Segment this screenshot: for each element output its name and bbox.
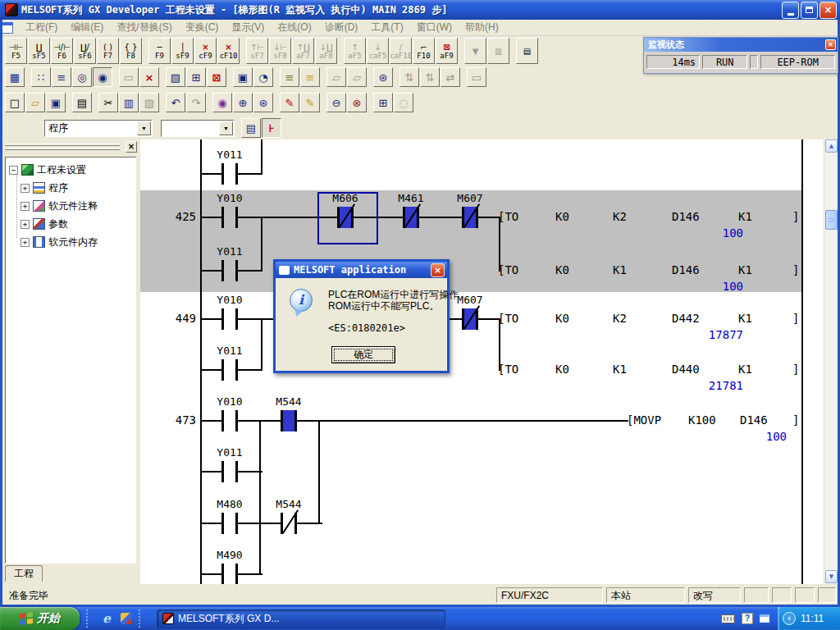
transfer-setup-icon[interactable]: ▦ [5,67,25,87]
mdi-child-icon[interactable] [2,22,13,34]
verify-with-plc-icon[interactable]: ⊠ [207,67,226,87]
instruction-f8-button[interactable]: { }F8 [120,38,142,64]
tree-item-parameter[interactable]: + 参数 [21,217,68,231]
ladder-contact[interactable]: Y011 [221,163,238,185]
closed-contact-f6-button[interactable]: ⊣/⊢F6 [51,38,73,64]
chevron-down-icon[interactable]: ▼ [219,121,233,135]
ladder-contact[interactable]: Y010 [221,207,238,228]
zoom-out-icon[interactable]: ⊖ [326,93,346,112]
print-icon[interactable]: ▤ [72,93,92,112]
tile-windows-icon[interactable]: ⊞ [373,93,393,112]
tree-expand-icon[interactable]: + [21,238,30,247]
close-icon[interactable]: × [825,39,836,50]
coil-f7-button[interactable]: ( )F7 [97,38,119,64]
ladder-contact-energized[interactable]: M607 [462,207,478,228]
comment-display-icon[interactable]: ∷ [31,67,51,87]
close-button[interactable]: × [819,2,837,19]
quick-launch-icon[interactable] [121,613,132,624]
ladder-contact[interactable]: M490 [221,564,238,584]
ladder-contact[interactable]: Y010 [221,410,238,431]
find-string-icon[interactable]: ⊛ [253,93,273,112]
delete-branch-af9-button[interactable]: ⊠aF9 [436,38,458,64]
ladder-contact[interactable]: M480 [221,513,238,534]
scrollbar-thumb[interactable] [825,210,838,230]
task-button-melsoft[interactable]: MELSOFT系列 GX D... [157,609,445,628]
ok-button[interactable]: 确定 [331,346,395,363]
project-tab[interactable]: 工程 [5,565,43,582]
menu-diagnostics[interactable]: 诊断(D) [319,19,364,36]
restore-button[interactable] [801,2,818,19]
copy-icon[interactable]: ▥ [119,93,139,112]
monitor-stop-icon[interactable]: ≡ [300,67,320,87]
ladder-contact-energized[interactable]: M461 [403,207,419,228]
app-icon[interactable] [5,3,18,16]
menu-help[interactable]: 帮助(H) [459,19,504,36]
menu-window[interactable]: 窗口(W) [411,19,458,36]
closed-branch-sf6-button[interactable]: ∐/sF6 [74,38,96,64]
keyboard-layout-icon[interactable] [721,614,735,623]
tree-item-device-memory[interactable]: + 软元件内存 [21,235,98,249]
tree-item-root[interactable]: − 工程未设置 [9,162,86,177]
monitor-status-titlebar[interactable]: 监视状态 × [644,38,838,52]
device-combo[interactable]: ▼ [161,120,235,137]
menu-tools[interactable]: 工具(T) [365,19,409,36]
minimize-button[interactable] [782,2,799,19]
delete-hline-cf9-button[interactable]: ×cF9 [194,38,217,64]
menu-edit[interactable]: 编辑(E) [65,19,109,36]
chevron-down-icon[interactable]: ▼ [137,121,151,135]
window-tray-icon[interactable] [760,614,769,623]
comment-edit-icon[interactable]: ▤ [241,118,261,138]
new-project-icon[interactable]: □ [5,93,25,112]
tree-expand-icon[interactable]: + [21,202,30,211]
program-mode-combo[interactable]: 程序 ▼ [44,120,153,137]
menu-project[interactable]: 工程(F) [20,19,63,36]
dialog-titlebar[interactable]: MELSOFT application × [276,262,447,278]
panel-gripper[interactable] [5,144,120,146]
tree-item-device-comment[interactable]: + 软元件注释 [21,199,98,213]
undo-icon[interactable]: ↶ [166,93,185,112]
find-icon[interactable]: ◉ [212,93,232,112]
ladder-contact-energized[interactable]: M607 [462,308,478,330]
menu-view[interactable]: 显示(V) [226,19,270,36]
panel-gripper[interactable] [5,148,120,150]
save-project-icon[interactable]: ▣ [46,93,66,112]
statement-display-icon[interactable]: ≡ [52,67,71,87]
clock-setting-icon[interactable]: ◔ [253,67,273,87]
device-batch-monitor-icon[interactable]: ▣ [233,67,253,87]
find-contact-coil-icon[interactable]: ◉ [93,67,112,87]
ladder-contact[interactable]: Y011 [221,260,238,281]
ladder-contact[interactable]: Y010 [221,308,238,330]
tree-expand-icon[interactable]: + [21,220,30,229]
monitor-start-icon[interactable]: ≡ [280,67,299,87]
scroll-down-icon[interactable]: ▼ [825,570,838,583]
scroll-up-icon[interactable]: ▲ [825,139,838,153]
internet-explorer-icon[interactable]: e [99,611,114,626]
network-monitor-icon[interactable]: ⊛ [373,67,393,87]
ladder-contact-energized[interactable]: M544 [281,410,297,431]
ladder-editor[interactable]: Y011 425 Y010 M606 M461 M607 Y011 [TO K0… [140,139,824,584]
menu-convert[interactable]: 变换(C) [180,19,225,36]
delete-vline-cf10-button[interactable]: ×cF10 [217,38,240,64]
close-icon[interactable]: × [126,141,137,153]
zoom-in-icon[interactable]: ⊗ [347,93,367,112]
write-to-plc-icon[interactable]: ▨ [166,67,185,87]
hline-f9-button[interactable]: ─F9 [148,38,171,64]
find-device-icon[interactable]: ◎ [72,67,92,87]
edit-cursor[interactable] [317,192,378,244]
help-tray-icon[interactable]: ? [742,613,753,624]
branch-line-f10-button[interactable]: ⌐F10 [413,38,435,64]
find-device-2-icon[interactable]: ⊕ [233,93,253,112]
clear-plc-memory-icon[interactable]: × [139,67,159,87]
menu-find-replace[interactable]: 查找/替换(S) [111,19,177,36]
ladder-contact[interactable]: Y011 [221,461,238,482]
ladder-contact[interactable]: Y011 [221,359,238,381]
tray-chevron-icon[interactable]: ‹ [783,612,796,625]
open-branch-sf5-button[interactable]: ∐sF5 [28,38,50,64]
ladder-edit-button[interactable]: ▤ [516,38,538,64]
tree-collapse-icon[interactable]: − [9,166,18,175]
tree-expand-icon[interactable]: + [21,184,30,193]
start-button[interactable]: 开始 [0,607,80,630]
cut-icon[interactable]: ✂ [98,93,118,112]
write-mode-icon[interactable]: ✎ [280,93,299,112]
vertical-scrollbar[interactable]: ▲ ▼ [824,139,838,584]
